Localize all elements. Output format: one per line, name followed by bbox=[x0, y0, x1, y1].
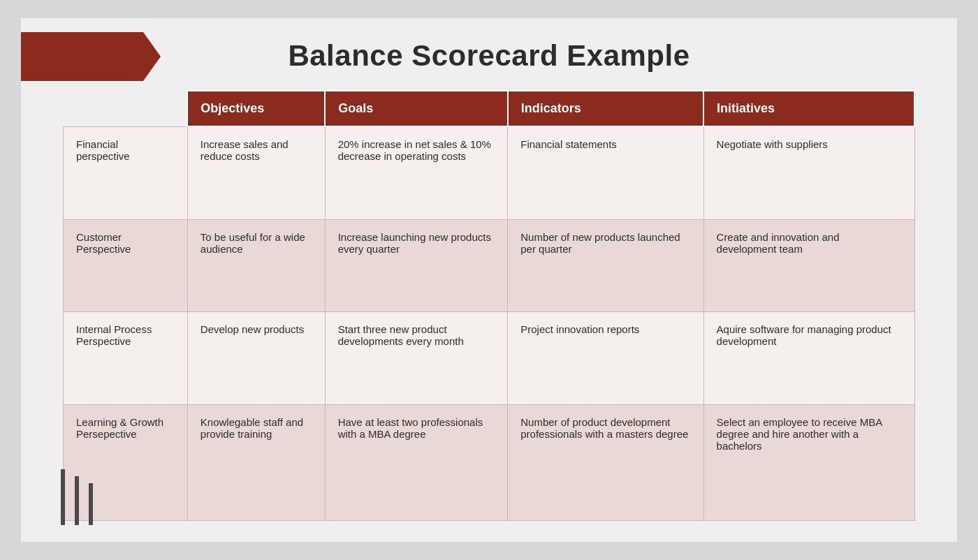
cell-indicators: Financial statements bbox=[508, 126, 703, 219]
cell-indicators: Number of new products launched per quar… bbox=[508, 219, 703, 311]
col-header-goals: Goals bbox=[325, 91, 508, 126]
cell-goals: 20% increase in net sales & 10% decrease… bbox=[325, 126, 508, 219]
cell-initiatives: Select an employee to receive MBA degree… bbox=[703, 404, 914, 520]
cell-objectives: Increase sales and reduce costs bbox=[187, 126, 325, 219]
col-header-initiatives: Initiatives bbox=[703, 91, 914, 126]
cell-initiatives: Negotiate with suppliers bbox=[703, 126, 914, 219]
cell-perspective: Internal Process Perspective bbox=[64, 312, 188, 404]
cell-goals: Start three new product developments eve… bbox=[325, 312, 508, 404]
table-row: Learning & Growth PersepectiveKnowlegabl… bbox=[64, 404, 915, 520]
cell-objectives: Knowlegable staff and provide training bbox=[187, 404, 325, 520]
svg-marker-0 bbox=[21, 32, 161, 81]
col-header-perspective bbox=[64, 91, 188, 126]
col-header-indicators: Indicators bbox=[508, 91, 703, 126]
scorecard-table: Objectives Goals Indicators Initiatives … bbox=[63, 90, 915, 521]
cell-perspective: Customer Perspective bbox=[64, 219, 188, 311]
cell-initiatives: Aquire software for managing product dev… bbox=[703, 312, 914, 404]
cell-indicators: Number of product development profession… bbox=[508, 404, 703, 520]
slide: Balance Scorecard Example Objectives Goa… bbox=[21, 18, 957, 542]
table-row: Customer PerspectiveTo be useful for a w… bbox=[64, 219, 915, 311]
arrow-decoration bbox=[21, 32, 161, 81]
col-header-objectives: Objectives bbox=[187, 91, 325, 126]
cell-goals: Have at least two professionals with a M… bbox=[325, 404, 508, 520]
cell-objectives: Develop new products bbox=[187, 312, 325, 404]
cell-perspective: Financial perspective bbox=[64, 126, 188, 219]
cell-goals: Increase launching new products every qu… bbox=[325, 219, 508, 311]
table-row: Financial perspectiveIncrease sales and … bbox=[64, 126, 915, 219]
table-header-row: Objectives Goals Indicators Initiatives bbox=[64, 91, 915, 126]
cell-initiatives: Create and innovation and development te… bbox=[703, 219, 914, 311]
cell-indicators: Project innovation reports bbox=[508, 312, 703, 404]
line-decoration bbox=[56, 469, 98, 528]
table-row: Internal Process PerspectiveDevelop new … bbox=[64, 312, 915, 404]
slide-title: Balance Scorecard Example bbox=[63, 18, 915, 90]
cell-objectives: To be useful for a wide audience bbox=[187, 219, 325, 311]
